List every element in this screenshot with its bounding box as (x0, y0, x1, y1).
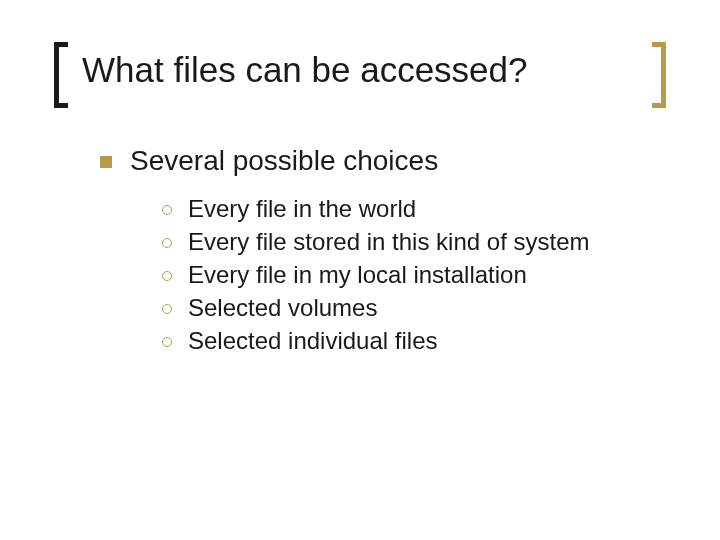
list-item-label: Every file in my local installation (188, 261, 527, 289)
circle-bullet-icon (162, 304, 172, 314)
slide-body: Several possible choices Every file in t… (60, 145, 660, 355)
list-item: Selected individual files (162, 327, 660, 355)
list-item-label: Selected volumes (188, 294, 377, 322)
circle-bullet-icon (162, 238, 172, 248)
list-item-label: Selected individual files (188, 327, 437, 355)
section-heading: Several possible choices (130, 145, 438, 177)
list-item-label: Every file stored in this kind of system (188, 228, 589, 256)
circle-bullet-icon (162, 205, 172, 215)
list-item: Several possible choices (100, 145, 660, 177)
list-item: Every file in the world (162, 195, 660, 223)
circle-bullet-icon (162, 337, 172, 347)
square-bullet-icon (100, 156, 112, 168)
circle-bullet-icon (162, 271, 172, 281)
slide: What files can be accessed? Several poss… (0, 0, 720, 540)
list-item: Every file in my local installation (162, 261, 660, 289)
title-container: What files can be accessed? (60, 50, 660, 90)
bracket-left-icon (54, 42, 68, 108)
list-item-label: Every file in the world (188, 195, 416, 223)
list-item: Every file stored in this kind of system (162, 228, 660, 256)
bracket-right-icon (652, 42, 666, 108)
list-item: Selected volumes (162, 294, 660, 322)
slide-title: What files can be accessed? (60, 50, 660, 90)
sub-list: Every file in the world Every file store… (100, 191, 660, 355)
